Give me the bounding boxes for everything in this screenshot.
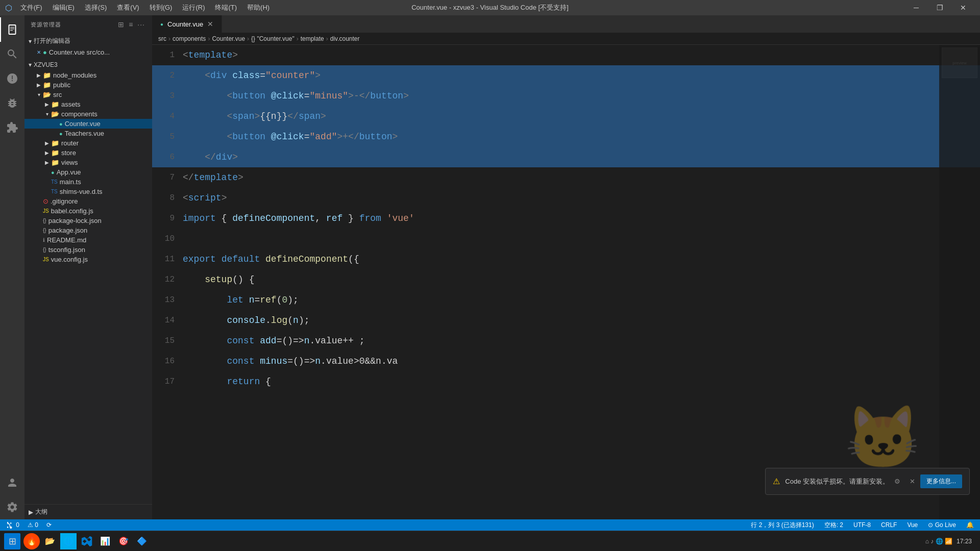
ts-file-icon: TS [51,179,58,185]
file-package-lock[interactable]: {} package-lock.json [24,216,152,226]
folder-name: node_modules [53,71,96,79]
file-counter-vue[interactable]: ● Counter.vue [24,119,152,129]
menu-terminal[interactable]: 终端(T) [211,2,241,13]
notification-bell-icon[interactable]: 🔔 [964,521,976,529]
taskbar-app-4[interactable]: 📊 [97,533,113,549]
cursor-position-status[interactable]: 行 2，列 3 (已选择131) [749,521,816,530]
line-number: 6 [152,147,183,167]
line-content: </div> [183,147,980,167]
line-content: <script> [183,188,980,208]
folder-icon: 📁 [51,149,59,157]
project-section[interactable]: ▾ XZVUE3 [24,59,152,70]
git-branch-status[interactable]: 0 [4,521,21,529]
breadcrumb-sep-4: › [297,35,299,42]
start-button[interactable]: ⊞ [4,533,20,549]
folder-src[interactable]: ▾ 📂 src [24,90,152,99]
file-name: tsconfig.json [48,246,85,254]
new-file-icon[interactable]: ⊞ [117,19,126,30]
file-babel-config[interactable]: JS babel.config.js [24,206,152,216]
open-editors-section[interactable]: ▾ 打开的编辑器 [24,35,152,47]
line-number: 4 [152,106,183,127]
taskbar-app-2[interactable]: 📂 [42,533,58,549]
folder-store[interactable]: ▶ 📁 store [24,148,152,158]
open-editors-label: 打开的编辑器 [34,37,70,45]
source-control-icon[interactable] [0,66,24,91]
editor-area[interactable]: 1 <template> 2 <div class="counter"> 3 <… [152,45,980,519]
file-app-vue[interactable]: ● App.vue [24,167,152,177]
folder-public[interactable]: ▶ 📁 public [24,80,152,90]
breadcrumb-components[interactable]: components [173,35,206,42]
line-ending-status[interactable]: CRLF [879,521,899,529]
more-actions-icon[interactable]: ··· [136,19,146,30]
file-tsconfig[interactable]: {} tsconfig.json [24,245,152,255]
close-button[interactable]: ✕ [951,0,975,15]
minimap[interactable]: preview [939,45,980,519]
file-shims-vue[interactable]: TS shims-vue.d.ts [24,187,152,196]
line-number: 12 [152,269,183,290]
code-line-12: 12 setup() { [152,269,980,290]
outline-section[interactable]: ▶ 大纲 [24,506,152,518]
file-main-ts[interactable]: TS main.ts [24,177,152,187]
file-package-json[interactable]: {} package.json [24,226,152,235]
taskbar: ⊞ 🔥 📂 🌐 📊 🎯 🔷 ⌂ ♪ 🌐 📶 17:23 [0,531,980,551]
taskbar-app-3[interactable]: 🌐 [60,533,77,549]
taskbar-app-1[interactable]: 🔥 [23,533,40,549]
extensions-icon[interactable] [0,115,24,140]
taskbar-app-5[interactable]: 🎯 [115,533,132,549]
breadcrumb-counter-vue-string[interactable]: {} "Counter.vue" [251,35,295,42]
notification-more-info-button[interactable]: 更多信息... [920,474,962,488]
minimize-button[interactable]: ─ [904,0,928,15]
account-icon[interactable] [0,470,24,495]
editor-content[interactable]: 1 <template> 2 <div class="counter"> 3 <… [152,45,980,519]
explorer-icon[interactable] [0,17,24,42]
menu-select[interactable]: 选择(S) [81,2,111,13]
open-editor-counter-vue[interactable]: ✕ ● Counter.vue src/co... [24,47,152,57]
menu-view[interactable]: 查看(V) [113,2,143,13]
sync-icon-status[interactable]: ⟳ [44,521,54,529]
md-file-icon: ℹ [43,237,45,243]
maximize-button[interactable]: ❐ [928,0,951,15]
sidebar-header-icons: ⊞ ≡ ··· [117,19,146,30]
breadcrumb-src[interactable]: src [158,35,166,42]
encoding-status[interactable]: UTF-8 [851,521,873,529]
file-vue-config[interactable]: JS vue.config.js [24,255,152,264]
file-name: package-lock.json [48,217,102,224]
file-teachers-vue[interactable]: ● Teachers.vue [24,129,152,138]
breadcrumb-counter-vue[interactable]: Counter.vue [212,35,245,42]
folder-views[interactable]: ▶ 📁 views [24,158,152,167]
spaces-status[interactable]: 空格: 2 [822,521,845,530]
taskbar-app-vscode[interactable] [79,533,95,549]
folder-components[interactable]: ▾ 📂 components [24,109,152,119]
tab-close-icon[interactable]: ✕ [207,20,213,28]
notification-gear-icon[interactable]: ⚙ [894,478,900,485]
code-line-2: 2 <div class="counter"> [152,65,980,86]
debug-icon[interactable] [0,91,24,115]
menu-goto[interactable]: 转到(G) [145,2,177,13]
errors-warnings-status[interactable]: ⚠ 0 [26,521,40,529]
settings-icon[interactable] [0,495,24,519]
go-live-status[interactable]: ⊙ Go Live [926,521,958,529]
folder-assets[interactable]: ▶ 📁 assets [24,99,152,109]
tab-counter-vue[interactable]: ● Counter.vue ✕ [152,15,222,33]
language-mode-status[interactable]: Vue [905,521,920,529]
json-file-icon: {} [43,228,46,233]
line-content: <template> [183,45,980,65]
folder-router[interactable]: ▶ 📁 router [24,138,152,148]
notification-close-icon[interactable]: ✕ [910,478,915,485]
menu-run[interactable]: 运行(R) [178,2,209,13]
breadcrumb-div-counter[interactable]: div.counter [330,35,360,42]
collapse-all-icon[interactable]: ≡ [128,19,134,30]
menu-file[interactable]: 文件(F) [16,2,46,13]
taskbar-app-6[interactable]: 🔷 [134,533,150,549]
file-readme[interactable]: ℹ README.md [24,235,152,245]
breadcrumb-template[interactable]: template [301,35,324,42]
menu-help[interactable]: 帮助(H) [243,2,274,13]
vscode-logo-icon: ⬡ [5,3,12,13]
line-number: 16 [152,351,183,371]
folder-node-modules[interactable]: ▶ 📁 node_modules [24,70,152,80]
folder-icon: 📁 [51,159,59,166]
menu-edit[interactable]: 编辑(E) [48,2,79,13]
project-arrow-icon: ▾ [29,61,32,68]
file-gitignore[interactable]: ⊙ .gitignore [24,196,152,206]
search-icon[interactable] [0,42,24,66]
